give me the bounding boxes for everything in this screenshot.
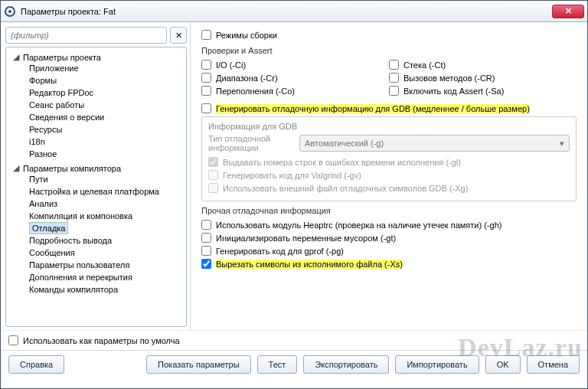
tree-item[interactable]: Приложение xyxy=(26,62,185,74)
tree-item[interactable]: Сообщения xyxy=(26,247,185,259)
tree-item[interactable]: Формы xyxy=(26,74,185,87)
tree-group[interactable]: ◢Параметры компилятора xyxy=(12,163,185,173)
triangle-icon: ◢ xyxy=(12,163,20,173)
check-methods[interactable] xyxy=(389,73,399,83)
gdb-lines-checkbox xyxy=(208,157,218,167)
opt-trash[interactable] xyxy=(201,233,211,243)
tree-item[interactable]: Ресурсы xyxy=(26,123,185,136)
chevron-down-icon: ▾ xyxy=(560,139,564,149)
gear-icon xyxy=(4,5,16,18)
svg-point-1 xyxy=(8,10,11,13)
opt-strip-label: Вырезать символы из исполнимого файла (-… xyxy=(216,260,403,269)
tree-item[interactable]: Дополнения и перекрытия xyxy=(26,271,185,283)
use-as-default-label: Использовать как параметры по умолча xyxy=(23,336,180,345)
tree-item[interactable]: Отладка xyxy=(26,222,185,234)
tree-item[interactable]: Пути xyxy=(26,173,185,185)
show-params-button[interactable]: Показать параметры xyxy=(146,355,251,374)
close-button[interactable]: ✕ xyxy=(552,5,584,18)
gdb-extern-checkbox xyxy=(208,183,218,193)
gdb-type-select[interactable]: Автоматический (-g) ▾ xyxy=(299,135,570,152)
tree-item[interactable]: Анализ xyxy=(26,198,185,210)
tree-item[interactable]: Сеанс работы xyxy=(26,99,185,111)
build-modes-checkbox[interactable] xyxy=(201,30,211,40)
check-stack[interactable] xyxy=(389,60,399,70)
nav-tree[interactable]: ◢Параметры проектаПриложениеФормыРедакто… xyxy=(5,47,187,327)
other-title: Прочая отладочная информация xyxy=(201,206,577,215)
check-range[interactable] xyxy=(201,73,211,83)
gdb-title: Информация для GDB xyxy=(208,122,570,131)
check-assert[interactable] xyxy=(389,86,399,96)
gdb-type-label: Тип отладочной информации xyxy=(208,134,293,152)
tree-item[interactable]: Сведения о версии xyxy=(26,111,185,123)
gen-debug-label: Генерировать отладочную информацию для G… xyxy=(216,104,530,113)
import-button[interactable]: Импортировать xyxy=(395,355,479,374)
triangle-icon: ◢ xyxy=(12,52,20,62)
filter-clear-button[interactable]: ✕ xyxy=(170,27,187,44)
cancel-button[interactable]: Отмена xyxy=(527,355,580,374)
check-io[interactable] xyxy=(201,60,211,70)
opt-strip[interactable] xyxy=(201,259,211,269)
filter-input[interactable] xyxy=(5,27,167,44)
help-button[interactable]: Справка xyxy=(8,355,64,374)
test-button[interactable]: Тест xyxy=(257,355,298,374)
tree-item[interactable]: Команды компилятора xyxy=(26,283,185,296)
window-title: Параметры проекта: Fat xyxy=(21,7,552,16)
use-as-default-checkbox[interactable] xyxy=(8,335,18,345)
opt-heaptrc[interactable] xyxy=(201,220,211,230)
tree-item[interactable]: Параметры пользователя xyxy=(26,259,185,271)
check-overflow[interactable] xyxy=(201,86,211,96)
tree-group[interactable]: ◢Параметры проекта xyxy=(12,52,185,62)
gen-debug-checkbox[interactable] xyxy=(201,103,211,113)
build-modes-label: Режимы сборки xyxy=(216,31,277,40)
tree-item[interactable]: Компиляция и компоновка xyxy=(26,210,185,222)
tree-item[interactable]: Редактор FPDoc xyxy=(26,87,185,99)
opt-gprof[interactable] xyxy=(201,246,211,256)
tree-item[interactable]: i18n xyxy=(26,136,185,148)
ok-button[interactable]: OK xyxy=(485,355,521,374)
checks-title: Проверки и Assert xyxy=(201,46,577,55)
tree-item[interactable]: Подробность вывода xyxy=(26,234,185,247)
export-button[interactable]: Экспортировать xyxy=(303,355,389,374)
gdb-valgrind-checkbox xyxy=(208,170,218,180)
tree-item[interactable]: Разное xyxy=(26,148,185,160)
tree-item[interactable]: Настройка и целевая платформа xyxy=(26,185,185,198)
